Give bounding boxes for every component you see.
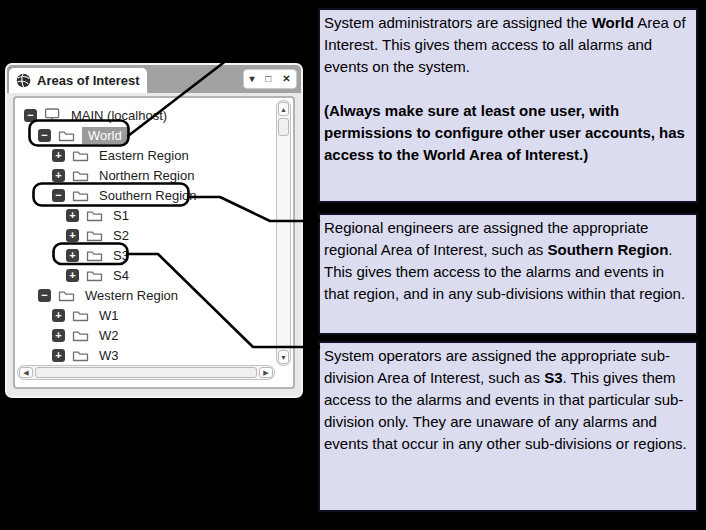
tree-item-s1[interactable]: +S1 (66, 205, 132, 225)
tree-item-northern-region[interactable]: +Northern Region (52, 165, 197, 185)
tree-item-world[interactable]: −World (38, 125, 128, 145)
tree-panel: −MAIN (localhost)−World+Eastern Region+N… (13, 96, 295, 389)
tree-item-label[interactable]: W2 (96, 327, 122, 344)
tree-item-label[interactable]: S3 (110, 247, 132, 264)
tree-item-label[interactable]: Northern Region (96, 167, 197, 184)
note-box-southern-region: Regional engineers are assigned the appr… (318, 213, 698, 335)
folder-icon (86, 209, 103, 222)
tree-rows: −MAIN (localhost)−World+Eastern Region+N… (15, 105, 273, 363)
note-paragraph: System operators are assigned the approp… (324, 345, 692, 455)
tree-item-s2[interactable]: +S2 (66, 225, 132, 245)
tree-item-western-region[interactable]: −Western Region (38, 285, 181, 305)
tree-item-southern-region[interactable]: −Southern Region (52, 185, 200, 205)
tree-item-label[interactable]: Eastern Region (96, 147, 192, 164)
tree-item-label[interactable]: World (82, 127, 128, 144)
folder-icon (72, 309, 89, 322)
page: Areas of Interest ▾ □ ✕ −MAIN (localhost… (0, 0, 706, 530)
expander-plus-icon[interactable]: + (52, 329, 65, 342)
tree-item-label[interactable]: W3 (96, 347, 122, 364)
tree-item-label[interactable]: S4 (110, 267, 132, 284)
tree-item-w1[interactable]: +W1 (52, 305, 122, 325)
vertical-scrollbar-track[interactable] (278, 136, 289, 350)
minimize-button[interactable]: ▾ (249, 74, 254, 84)
expander-minus-icon[interactable]: − (24, 109, 37, 122)
tree-item-eastern-region[interactable]: +Eastern Region (52, 145, 192, 165)
folder-icon (72, 349, 89, 362)
tree-item-label[interactable]: W1 (96, 307, 122, 324)
expander-minus-icon[interactable]: − (38, 289, 51, 302)
expander-plus-icon[interactable]: + (52, 149, 65, 162)
folder-icon (86, 229, 103, 242)
expander-plus-icon[interactable]: + (66, 209, 79, 222)
tree-item-w3[interactable]: +W3 (52, 345, 122, 365)
scroll-right-button[interactable]: ▶ (259, 367, 273, 378)
computer-icon (44, 108, 61, 122)
tree-item-s4[interactable]: +S4 (66, 265, 132, 285)
folder-icon (58, 129, 75, 142)
areas-of-interest-window: Areas of Interest ▾ □ ✕ −MAIN (localhost… (5, 63, 303, 398)
tree-item-label[interactable]: Southern Region (96, 187, 200, 204)
window-buttons: ▾ □ ✕ (243, 69, 297, 89)
window-titlebar[interactable]: Areas of Interest ▾ □ ✕ (7, 65, 301, 93)
folder-icon (86, 249, 103, 262)
folder-icon (72, 149, 89, 162)
expander-plus-icon[interactable]: + (52, 309, 65, 322)
tree-item-main-localhost[interactable]: −MAIN (localhost) (24, 105, 170, 125)
horizontal-scrollbar-thumb[interactable] (35, 367, 257, 378)
expander-plus-icon[interactable]: + (66, 229, 79, 242)
expander-plus-icon[interactable]: + (52, 349, 65, 362)
folder-icon (58, 289, 75, 302)
expander-plus-icon[interactable]: + (66, 269, 79, 282)
note-paragraph: System administrators are assigned the W… (324, 12, 692, 78)
scroll-up-button[interactable]: ▲ (278, 102, 289, 116)
close-button[interactable]: ✕ (282, 74, 290, 84)
vertical-scrollbar-thumb[interactable] (278, 118, 289, 136)
folder-icon (72, 329, 89, 342)
vertical-scrollbar[interactable]: ▲ ▼ (276, 100, 291, 366)
expander-minus-icon[interactable]: − (38, 129, 51, 142)
note-paragraph: Regional engineers are assigned the appr… (324, 217, 692, 305)
expander-minus-icon[interactable]: − (52, 189, 65, 202)
expander-plus-icon[interactable]: + (52, 169, 65, 182)
window-title-tab[interactable]: Areas of Interest (9, 68, 147, 93)
globe-icon (16, 73, 31, 88)
tree-item-label[interactable]: S2 (110, 227, 132, 244)
scroll-left-button[interactable]: ◀ (19, 367, 33, 378)
maximize-button[interactable]: □ (265, 74, 271, 84)
folder-icon (72, 169, 89, 182)
expander-plus-icon[interactable]: + (66, 249, 79, 262)
folder-icon (72, 189, 89, 202)
tree-item-label[interactable]: MAIN (localhost) (68, 107, 170, 124)
note-paragraph: (Always make sure at least one user, wit… (324, 100, 692, 166)
horizontal-scrollbar[interactable]: ◀ ▶ (17, 365, 275, 380)
scroll-down-button[interactable]: ▼ (278, 350, 289, 364)
tree-item-label[interactable]: Western Region (82, 287, 181, 304)
tree-item-label[interactable]: S1 (110, 207, 132, 224)
note-box-world: System administrators are assigned the W… (318, 8, 698, 203)
tree-item-s3[interactable]: +S3 (66, 245, 132, 265)
note-box-s3: System operators are assigned the approp… (318, 341, 698, 512)
window-title: Areas of Interest (37, 73, 140, 88)
folder-icon (86, 269, 103, 282)
tree-item-w2[interactable]: +W2 (52, 325, 122, 345)
